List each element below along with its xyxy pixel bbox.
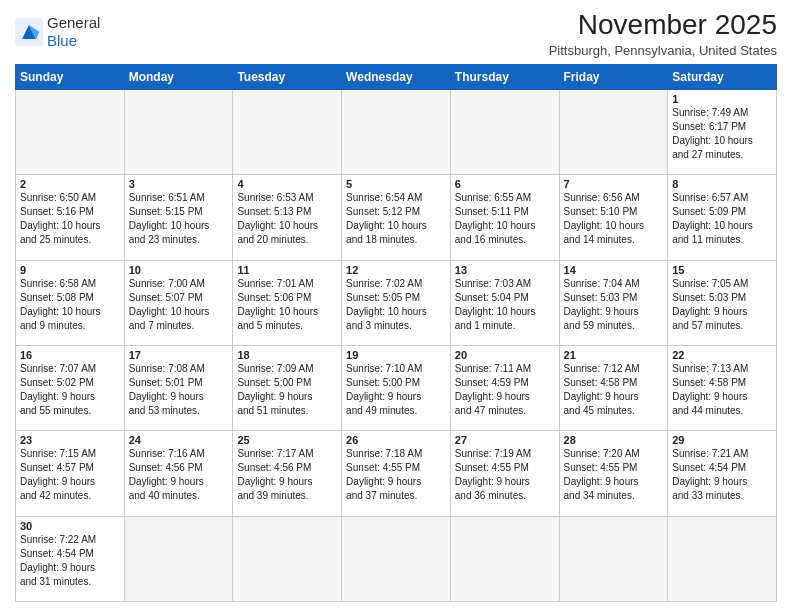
calendar-cell: 12Sunrise: 7:02 AM Sunset: 5:05 PM Dayli… bbox=[342, 260, 451, 345]
day-number: 12 bbox=[346, 264, 446, 276]
day-number: 27 bbox=[455, 434, 555, 446]
day-info: Sunrise: 7:11 AM Sunset: 4:59 PM Dayligh… bbox=[455, 362, 555, 418]
calendar-cell: 3Sunrise: 6:51 AM Sunset: 5:15 PM Daylig… bbox=[124, 175, 233, 260]
day-info: Sunrise: 7:22 AM Sunset: 4:54 PM Dayligh… bbox=[20, 533, 120, 589]
calendar-week-2: 2Sunrise: 6:50 AM Sunset: 5:16 PM Daylig… bbox=[16, 175, 777, 260]
calendar-cell bbox=[233, 89, 342, 174]
day-header-wednesday: Wednesday bbox=[342, 64, 451, 89]
day-info: Sunrise: 7:04 AM Sunset: 5:03 PM Dayligh… bbox=[564, 277, 664, 333]
day-info: Sunrise: 6:51 AM Sunset: 5:15 PM Dayligh… bbox=[129, 191, 229, 247]
day-number: 13 bbox=[455, 264, 555, 276]
day-header-saturday: Saturday bbox=[668, 64, 777, 89]
calendar-cell: 9Sunrise: 6:58 AM Sunset: 5:08 PM Daylig… bbox=[16, 260, 125, 345]
day-number: 21 bbox=[564, 349, 664, 361]
day-info: Sunrise: 6:55 AM Sunset: 5:11 PM Dayligh… bbox=[455, 191, 555, 247]
day-info: Sunrise: 6:54 AM Sunset: 5:12 PM Dayligh… bbox=[346, 191, 446, 247]
day-number: 29 bbox=[672, 434, 772, 446]
calendar-cell: 22Sunrise: 7:13 AM Sunset: 4:58 PM Dayli… bbox=[668, 345, 777, 430]
day-info: Sunrise: 7:09 AM Sunset: 5:00 PM Dayligh… bbox=[237, 362, 337, 418]
day-number: 16 bbox=[20, 349, 120, 361]
day-info: Sunrise: 7:21 AM Sunset: 4:54 PM Dayligh… bbox=[672, 447, 772, 503]
day-number: 2 bbox=[20, 178, 120, 190]
calendar-cell: 4Sunrise: 6:53 AM Sunset: 5:13 PM Daylig… bbox=[233, 175, 342, 260]
day-info: Sunrise: 7:15 AM Sunset: 4:57 PM Dayligh… bbox=[20, 447, 120, 503]
day-info: Sunrise: 7:10 AM Sunset: 5:00 PM Dayligh… bbox=[346, 362, 446, 418]
day-info: Sunrise: 7:49 AM Sunset: 6:17 PM Dayligh… bbox=[672, 106, 772, 162]
calendar-cell bbox=[450, 89, 559, 174]
logo-text: General Blue bbox=[47, 14, 100, 50]
calendar-cell: 20Sunrise: 7:11 AM Sunset: 4:59 PM Dayli… bbox=[450, 345, 559, 430]
calendar-cell: 30Sunrise: 7:22 AM Sunset: 4:54 PM Dayli… bbox=[16, 516, 125, 601]
day-number: 15 bbox=[672, 264, 772, 276]
day-number: 6 bbox=[455, 178, 555, 190]
calendar-cell bbox=[450, 516, 559, 601]
day-number: 25 bbox=[237, 434, 337, 446]
calendar-cell: 28Sunrise: 7:20 AM Sunset: 4:55 PM Dayli… bbox=[559, 431, 668, 516]
logo: General Blue bbox=[15, 10, 100, 50]
day-number: 14 bbox=[564, 264, 664, 276]
day-number: 10 bbox=[129, 264, 229, 276]
logo-blue: Blue bbox=[47, 32, 100, 50]
calendar-cell: 27Sunrise: 7:19 AM Sunset: 4:55 PM Dayli… bbox=[450, 431, 559, 516]
day-info: Sunrise: 7:08 AM Sunset: 5:01 PM Dayligh… bbox=[129, 362, 229, 418]
logo-general: General bbox=[47, 14, 100, 32]
day-number: 9 bbox=[20, 264, 120, 276]
day-number: 22 bbox=[672, 349, 772, 361]
calendar-cell: 2Sunrise: 6:50 AM Sunset: 5:16 PM Daylig… bbox=[16, 175, 125, 260]
month-title: November 2025 bbox=[549, 10, 777, 41]
header: General Blue November 2025 Pittsburgh, P… bbox=[15, 10, 777, 58]
calendar-cell bbox=[124, 516, 233, 601]
day-info: Sunrise: 7:12 AM Sunset: 4:58 PM Dayligh… bbox=[564, 362, 664, 418]
day-info: Sunrise: 6:57 AM Sunset: 5:09 PM Dayligh… bbox=[672, 191, 772, 247]
day-number: 30 bbox=[20, 520, 120, 532]
day-info: Sunrise: 7:20 AM Sunset: 4:55 PM Dayligh… bbox=[564, 447, 664, 503]
day-info: Sunrise: 6:56 AM Sunset: 5:10 PM Dayligh… bbox=[564, 191, 664, 247]
day-number: 3 bbox=[129, 178, 229, 190]
calendar-cell: 6Sunrise: 6:55 AM Sunset: 5:11 PM Daylig… bbox=[450, 175, 559, 260]
day-info: Sunrise: 7:18 AM Sunset: 4:55 PM Dayligh… bbox=[346, 447, 446, 503]
day-info: Sunrise: 7:19 AM Sunset: 4:55 PM Dayligh… bbox=[455, 447, 555, 503]
location: Pittsburgh, Pennsylvania, United States bbox=[549, 43, 777, 58]
day-info: Sunrise: 6:58 AM Sunset: 5:08 PM Dayligh… bbox=[20, 277, 120, 333]
day-header-monday: Monday bbox=[124, 64, 233, 89]
calendar-week-3: 9Sunrise: 6:58 AM Sunset: 5:08 PM Daylig… bbox=[16, 260, 777, 345]
calendar-cell: 29Sunrise: 7:21 AM Sunset: 4:54 PM Dayli… bbox=[668, 431, 777, 516]
calendar-week-1: 1Sunrise: 7:49 AM Sunset: 6:17 PM Daylig… bbox=[16, 89, 777, 174]
day-info: Sunrise: 6:50 AM Sunset: 5:16 PM Dayligh… bbox=[20, 191, 120, 247]
calendar-cell: 1Sunrise: 7:49 AM Sunset: 6:17 PM Daylig… bbox=[668, 89, 777, 174]
day-info: Sunrise: 7:05 AM Sunset: 5:03 PM Dayligh… bbox=[672, 277, 772, 333]
day-number: 20 bbox=[455, 349, 555, 361]
day-info: Sunrise: 7:00 AM Sunset: 5:07 PM Dayligh… bbox=[129, 277, 229, 333]
generalblue-logo-icon bbox=[15, 18, 43, 46]
calendar-cell: 26Sunrise: 7:18 AM Sunset: 4:55 PM Dayli… bbox=[342, 431, 451, 516]
day-info: Sunrise: 7:13 AM Sunset: 4:58 PM Dayligh… bbox=[672, 362, 772, 418]
day-number: 26 bbox=[346, 434, 446, 446]
calendar-cell: 16Sunrise: 7:07 AM Sunset: 5:02 PM Dayli… bbox=[16, 345, 125, 430]
day-number: 24 bbox=[129, 434, 229, 446]
calendar-cell: 13Sunrise: 7:03 AM Sunset: 5:04 PM Dayli… bbox=[450, 260, 559, 345]
day-header-tuesday: Tuesday bbox=[233, 64, 342, 89]
day-number: 18 bbox=[237, 349, 337, 361]
calendar-cell: 24Sunrise: 7:16 AM Sunset: 4:56 PM Dayli… bbox=[124, 431, 233, 516]
day-number: 28 bbox=[564, 434, 664, 446]
day-header-sunday: Sunday bbox=[16, 64, 125, 89]
calendar-cell bbox=[342, 89, 451, 174]
calendar-cell: 18Sunrise: 7:09 AM Sunset: 5:00 PM Dayli… bbox=[233, 345, 342, 430]
day-number: 11 bbox=[237, 264, 337, 276]
title-block: November 2025 Pittsburgh, Pennsylvania, … bbox=[549, 10, 777, 58]
day-info: Sunrise: 7:17 AM Sunset: 4:56 PM Dayligh… bbox=[237, 447, 337, 503]
day-number: 5 bbox=[346, 178, 446, 190]
calendar-cell: 14Sunrise: 7:04 AM Sunset: 5:03 PM Dayli… bbox=[559, 260, 668, 345]
calendar: SundayMondayTuesdayWednesdayThursdayFrid… bbox=[15, 64, 777, 602]
calendar-cell: 23Sunrise: 7:15 AM Sunset: 4:57 PM Dayli… bbox=[16, 431, 125, 516]
calendar-cell: 17Sunrise: 7:08 AM Sunset: 5:01 PM Dayli… bbox=[124, 345, 233, 430]
day-number: 23 bbox=[20, 434, 120, 446]
day-number: 8 bbox=[672, 178, 772, 190]
calendar-week-4: 16Sunrise: 7:07 AM Sunset: 5:02 PM Dayli… bbox=[16, 345, 777, 430]
day-info: Sunrise: 6:53 AM Sunset: 5:13 PM Dayligh… bbox=[237, 191, 337, 247]
calendar-cell bbox=[233, 516, 342, 601]
day-number: 4 bbox=[237, 178, 337, 190]
calendar-cell: 21Sunrise: 7:12 AM Sunset: 4:58 PM Dayli… bbox=[559, 345, 668, 430]
day-info: Sunrise: 7:07 AM Sunset: 5:02 PM Dayligh… bbox=[20, 362, 120, 418]
day-info: Sunrise: 7:16 AM Sunset: 4:56 PM Dayligh… bbox=[129, 447, 229, 503]
